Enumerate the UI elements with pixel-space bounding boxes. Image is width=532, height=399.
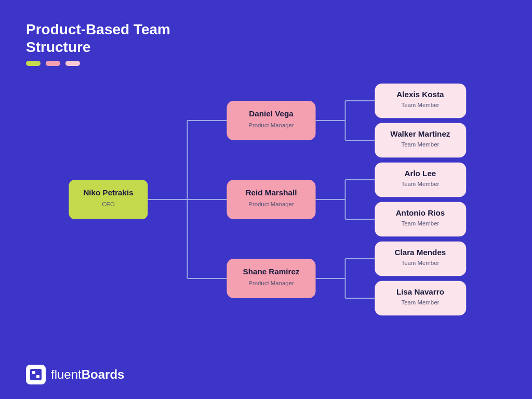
svg-text:Shane Ramirez: Shane Ramirez	[243, 267, 300, 276]
svg-rect-24	[375, 242, 467, 276]
brand-name: fluentBoards	[51, 367, 124, 382]
brand-icon	[26, 365, 46, 384]
org-chart: Niko Petrakis CEO Daniel Vega Product Ma…	[26, 42, 516, 357]
svg-text:Team Member: Team Member	[402, 299, 440, 305]
member21-node: Arlo Lee Team Member	[375, 163, 467, 197]
brand-light: fluent	[51, 367, 82, 381]
svg-text:Arlo Lee: Arlo Lee	[405, 169, 436, 178]
brand-bold: Boards	[82, 367, 125, 381]
svg-text:Product Manager: Product Manager	[248, 122, 294, 128]
brand-icon-inner	[30, 369, 42, 380]
manager3-node: Shane Ramirez Product Manager	[227, 259, 316, 298]
svg-text:Team Member: Team Member	[402, 102, 440, 108]
svg-rect-21	[375, 202, 467, 237]
svg-text:Niko Petrakis: Niko Petrakis	[83, 188, 133, 197]
svg-text:Daniel Vega: Daniel Vega	[249, 109, 294, 118]
svg-text:Product Manager: Product Manager	[248, 280, 294, 286]
member12-node: Walker Martinez Team Member	[375, 123, 467, 158]
svg-rect-12	[375, 84, 467, 118]
manager1-node: Daniel Vega Product Manager	[227, 101, 316, 140]
svg-text:Lisa Navarro: Lisa Navarro	[396, 287, 444, 296]
svg-text:Antonio Rios: Antonio Rios	[396, 208, 445, 217]
ceo-node: Niko Petrakis CEO	[69, 180, 148, 219]
member11-node: Alexis Kosta Team Member	[375, 84, 467, 118]
svg-text:CEO: CEO	[102, 201, 115, 207]
svg-text:Team Member: Team Member	[402, 220, 440, 227]
svg-text:Product Manager: Product Manager	[248, 201, 294, 207]
svg-rect-15	[375, 123, 467, 158]
svg-text:Team Member: Team Member	[402, 260, 440, 266]
svg-rect-3	[227, 101, 316, 140]
svg-rect-18	[375, 163, 467, 197]
svg-text:Clara Mendes: Clara Mendes	[395, 248, 446, 257]
svg-text:Team Member: Team Member	[402, 141, 440, 148]
svg-rect-9	[227, 259, 316, 298]
svg-text:Walker Martinez: Walker Martinez	[390, 129, 450, 138]
member31-node: Clara Mendes Team Member	[375, 242, 467, 276]
manager2-node: Reid Marshall Product Manager	[227, 180, 316, 219]
member32-node: Lisa Navarro Team Member	[375, 281, 467, 316]
svg-text:Alexis Kosta: Alexis Kosta	[396, 90, 444, 99]
svg-rect-6	[227, 180, 316, 219]
brand-footer: fluentBoards	[26, 365, 124, 384]
svg-rect-27	[375, 281, 467, 316]
svg-text:Team Member: Team Member	[402, 181, 440, 187]
member22-node: Antonio Rios Team Member	[375, 202, 467, 237]
svg-rect-0	[69, 180, 148, 219]
svg-text:Reid Marshall: Reid Marshall	[246, 188, 297, 197]
